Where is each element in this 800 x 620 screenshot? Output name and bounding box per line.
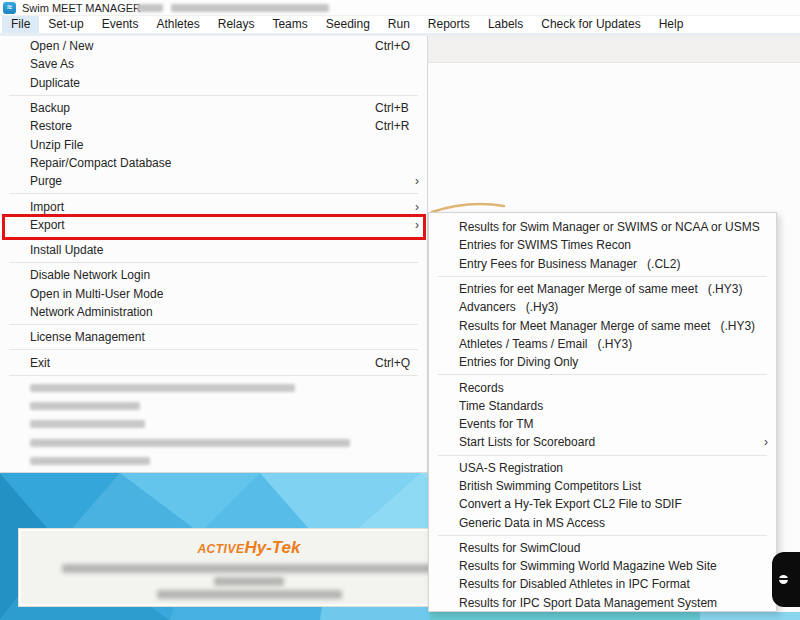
recent-file-item[interactable] [0,452,427,470]
redacted-recent-file [30,384,295,392]
submenu-arrow-icon: › [407,200,419,214]
file-type-suffix: (.HY3) [720,319,755,333]
menu-item-exit[interactable]: Exit Ctrl+Q [0,353,427,371]
file-type-suffix: (.HY3) [708,282,743,296]
submenu-item-generic-data-ms-access[interactable]: Generic Data in MS Access [429,513,776,531]
menu-item-network-administration[interactable]: Network Administration [0,303,427,321]
redacted-recent-file [30,402,140,410]
redacted-title-text [171,4,329,12]
file-menu: Open / New Ctrl+O Save As Duplicate Back… [0,36,428,473]
redacted-title-text [137,4,163,12]
menu-relays[interactable]: Relays [209,16,264,33]
submenu-item-british-swimming-competitors[interactable]: British Swimming Competitors List [429,477,776,495]
file-type-suffix: (.CL2) [647,257,680,271]
menu-item-unzip-file[interactable]: Unzip File [0,135,427,153]
menu-item-repair-compact-database[interactable]: Repair/Compact Database [0,154,427,172]
menu-item-import[interactable]: Import › [0,197,427,215]
floating-widget[interactable] [772,552,800,607]
submenu-item-start-lists-scoreboard[interactable]: Start Lists for Scoreboard › [429,433,776,451]
window-title: Swim MEET MANAGER - [22,2,148,14]
file-type-suffix: (.HY3) [598,337,633,351]
submenu-item-records[interactable]: Records [429,378,776,396]
menu-separator [438,374,767,375]
menu-reports[interactable]: Reports [419,16,479,33]
menu-item-backup[interactable]: Backup Ctrl+B [0,99,427,117]
menu-item-disable-network-login[interactable]: Disable Network Login [0,266,427,284]
redacted-recent-file [30,439,350,447]
submenu-item-entries-swims-times-recon[interactable]: Entries for SWIMS Times Recon [429,236,776,254]
menu-item-save-as[interactable]: Save As [0,55,427,73]
menu-separator [438,535,767,536]
menu-setup[interactable]: Set-up [39,16,92,33]
submenu-item-advancers[interactable]: Advancers (.Hy3) [429,298,776,316]
submenu-item-time-standards[interactable]: Time Standards [429,397,776,415]
title-bar: ≈ Swim MEET MANAGER - [0,0,800,16]
file-type-suffix: (.Hy3) [526,300,559,314]
submenu-item-results-swimming-world[interactable]: Results for Swimming World Magazine Web … [429,557,776,575]
redacted-recent-file [30,457,150,465]
menu-separator [9,349,418,350]
menu-athletes[interactable]: Athletes [147,16,208,33]
submenu-item-results-meet-manager-merge[interactable]: Results for Meet Manager Merge of same m… [429,316,776,334]
menu-separator [438,455,767,456]
submenu-item-results-ipc-sport-data[interactable]: Results for IPC Sport Data Management Sy… [429,594,776,612]
menu-item-restore[interactable]: Restore Ctrl+R [0,117,427,135]
menu-check-for-updates[interactable]: Check for Updates [532,16,649,33]
menu-item-install-update[interactable]: Install Update [0,241,427,259]
menu-file[interactable]: File [2,16,39,33]
submenu-item-entries-diving-only[interactable]: Entries for Diving Only [429,353,776,371]
shortcut: Ctrl+R [375,119,419,133]
brand-name: Hy-Tek [244,538,300,557]
menu-teams[interactable]: Teams [263,16,316,33]
submenu-item-usas-registration[interactable]: USA-S Registration [429,459,776,477]
menu-separator [9,262,418,263]
submenu-item-results-disabled-ipc[interactable]: Results for Disabled Athletes in IPC For… [429,575,776,593]
submenu-item-entry-fees-business-manager[interactable]: Entry Fees for Business Manager (.CL2) [429,255,776,273]
widget-glyph-icon [779,575,788,584]
brand-prefix: ACTIVE [197,542,244,556]
toolbar-strip [428,36,800,63]
submenu-arrow-icon: › [756,435,768,449]
menu-bar: File Set-up Events Athletes Relays Teams… [0,16,800,33]
menu-item-open-new[interactable]: Open / New Ctrl+O [0,37,427,55]
menu-item-license-management[interactable]: License Management [0,328,427,346]
submenu-item-events-for-tm[interactable]: Events for TM [429,415,776,433]
export-highlight-annotation [2,214,426,240]
submenu-arrow-icon: › [407,174,419,188]
menu-events[interactable]: Events [93,16,148,33]
menu-separator [9,193,418,194]
submenu-item-results-swimcloud[interactable]: Results for SwimCloud [429,539,776,557]
menu-seeding[interactable]: Seeding [317,16,379,33]
menu-labels[interactable]: Labels [479,16,532,33]
submenu-item-entries-meet-manager-merge[interactable]: Entries for eet Manager Merge of same me… [429,280,776,298]
submenu-item-convert-cl2-to-sdif[interactable]: Convert a Hy-Tek Export CL2 File to SDIF [429,495,776,513]
menu-help[interactable]: Help [650,16,693,33]
menu-item-duplicate[interactable]: Duplicate [0,74,427,92]
recent-file-item[interactable] [0,434,427,452]
menu-separator [9,95,418,96]
menu-item-open-multi-user-mode[interactable]: Open in Multi-User Mode [0,285,427,303]
export-submenu: Results for Swim Manager or SWIMS or NCA… [428,212,777,612]
redacted-license-line [157,590,342,599]
swim-app-icon: ≈ [3,2,16,14]
shortcut: Ctrl+Q [375,356,419,370]
recent-file-item[interactable] [0,379,427,397]
menu-separator [9,324,418,325]
recent-file-item[interactable] [0,415,427,433]
redacted-recent-file [30,420,145,428]
shortcut: Ctrl+O [375,39,419,53]
recent-file-item[interactable] [0,397,427,415]
redacted-license-line [214,577,284,586]
activehytek-logo: ACTIVEHy-Tek [19,538,479,558]
menu-separator [9,375,418,376]
redacted-license-line [62,564,437,573]
menu-run[interactable]: Run [379,16,419,33]
menu-item-purge[interactable]: Purge › [0,172,427,190]
submenu-item-results-swim-manager[interactable]: Results for Swim Manager or SWIMS or NCA… [429,218,776,236]
submenu-item-athletes-teams-email[interactable]: Athletes / Teams / Email (.HY3) [429,335,776,353]
menu-separator [438,276,767,277]
shortcut: Ctrl+B [375,101,419,115]
